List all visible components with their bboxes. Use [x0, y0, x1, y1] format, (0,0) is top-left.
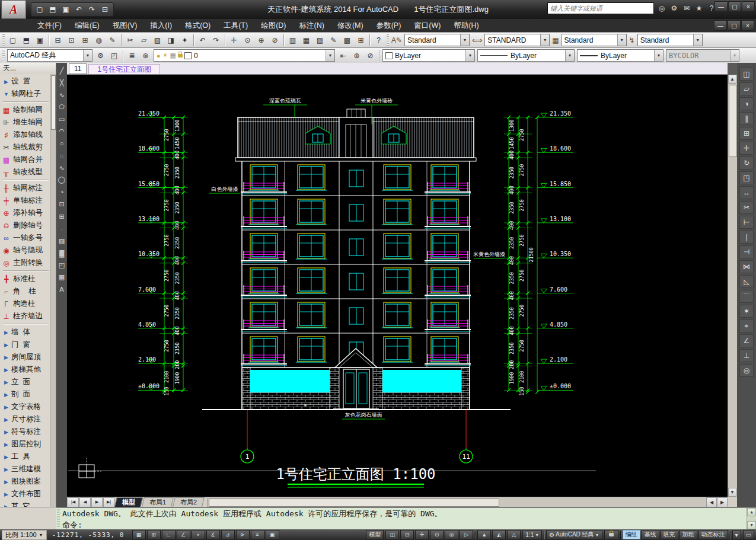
- new-icon[interactable]: ▢: [6, 33, 20, 47]
- palette-group-图层控制[interactable]: ▶图层控制: [1, 438, 50, 450]
- menu-编辑(E)[interactable]: 编辑(E): [68, 19, 106, 32]
- plot-preview-icon[interactable]: ⊡: [65, 33, 78, 47]
- palette-group-图块图案[interactable]: ▶图块图案: [1, 475, 50, 488]
- chevron-down-icon[interactable]: ▼: [460, 34, 469, 46]
- text-style-combo[interactable]: Standard▼: [404, 34, 470, 46]
- snap-icon[interactable]: ▦: [132, 530, 146, 539]
- multiline-text-icon[interactable]: A: [57, 284, 66, 295]
- palette-item-单轴标注[interactable]: ╪单轴标注: [1, 194, 50, 207]
- table-icon[interactable]: ▦: [57, 272, 66, 283]
- palette-item-删除轴号[interactable]: ⊖删除轴号: [1, 219, 50, 232]
- palette-group-楼梯其他[interactable]: ▶楼梯其他: [1, 363, 50, 376]
- palette-item-增生轴网[interactable]: ⊪增生轴网: [1, 116, 50, 129]
- join-icon[interactable]: ⋈: [739, 260, 754, 273]
- prev-tab-icon[interactable]: ◀: [79, 497, 91, 507]
- workspace-save-icon[interactable]: ◰: [107, 49, 121, 62]
- workspace-switch-button[interactable]: ⚙AutoCAD 经典▼: [546, 530, 602, 539]
- polygon-icon[interactable]: ⬠: [57, 102, 66, 113]
- stretch-icon[interactable]: ↔: [739, 186, 754, 199]
- doc-restore-icon[interactable]: ▢: [728, 20, 741, 31]
- workspace-combo[interactable]: AutoCAD 经典▼: [7, 49, 92, 62]
- construction-line-icon[interactable]: ╳: [57, 78, 66, 88]
- rectangle-icon[interactable]: ▭: [57, 114, 66, 124]
- grid-icon[interactable]: ⊞: [147, 530, 161, 539]
- layer-previous-icon[interactable]: ⇤: [336, 49, 350, 62]
- command-scrollbar[interactable]: ▲ ▼: [747, 508, 756, 529]
- maximize-icon[interactable]: ▢: [728, 1, 741, 12]
- scroll-up-icon[interactable]: ▲: [728, 75, 736, 84]
- menu-参数(P)[interactable]: 参数(P): [370, 19, 408, 32]
- annotation-scale-button[interactable]: 1:1▼: [522, 530, 542, 539]
- layer-properties-icon[interactable]: ≣: [125, 49, 139, 62]
- palette-group-立面[interactable]: ▶立 面: [1, 376, 50, 388]
- copy-icon[interactable]: ▱: [137, 33, 151, 47]
- elevation-drawing[interactable]: 2750275027502750275027502750210015013001…: [67, 75, 728, 497]
- toolbar-grip[interactable]: [2, 34, 5, 46]
- doc-close-icon[interactable]: ×: [741, 20, 754, 31]
- workspace-settings-icon[interactable]: ⚙: [94, 49, 107, 62]
- search-input[interactable]: [547, 2, 654, 14]
- palette-item-轴网合并[interactable]: ▩轴网合并: [1, 154, 50, 166]
- tarch-scale-button[interactable]: 比例 1:100▼: [2, 530, 47, 540]
- annotation-scale-icon-icon[interactable]: ▲: [477, 530, 491, 539]
- move-icon[interactable]: ✛: [739, 142, 754, 155]
- break-at-point-icon[interactable]: ∣: [739, 231, 754, 244]
- show-motion-icon[interactable]: ▷: [460, 530, 473, 539]
- vertical-scrollbar[interactable]: ▲ ▼: [728, 75, 737, 497]
- open-icon[interactable]: ⬒: [20, 33, 33, 47]
- save-icon[interactable]: ▣: [33, 33, 47, 47]
- annotation-autoadd-icon[interactable]: △: [507, 530, 521, 539]
- arc-icon[interactable]: ◠: [57, 126, 66, 137]
- command-line-area[interactable]: Autodesk DWG。 此文件上次由 Autodesk 应用程序或 Auto…: [56, 507, 756, 529]
- palette-group-墙体[interactable]: ▶墙 体: [1, 326, 50, 338]
- zoom-previous-icon[interactable]: ⊘: [268, 33, 282, 47]
- palette-item-构造柱[interactable]: Γ构造柱: [1, 298, 50, 310]
- paste-icon[interactable]: ▨: [151, 33, 164, 47]
- fillet-icon[interactable]: ⌒: [739, 290, 754, 303]
- publish-icon[interactable]: ⊞: [78, 33, 92, 47]
- palette-group-房间屋顶[interactable]: ▶房间屋顶: [1, 351, 50, 363]
- layer-states-icon[interactable]: ⊜: [139, 49, 152, 62]
- zoom-realtime-icon[interactable]: ⊙: [241, 33, 254, 47]
- palette-group-剖面[interactable]: ▶剖 面: [1, 388, 50, 401]
- chevron-down-icon[interactable]: ▼: [465, 50, 474, 61]
- chevron-down-icon[interactable]: ▼: [326, 50, 334, 61]
- status-button-编组[interactable]: 编组: [623, 530, 640, 539]
- linetype-combo[interactable]: ByLayer▼: [477, 49, 575, 62]
- polar-icon[interactable]: ∠: [177, 530, 190, 539]
- plot-icon[interactable]: ⊟: [99, 4, 111, 15]
- cut-icon[interactable]: ✂: [123, 33, 137, 47]
- last-tab-icon[interactable]: ▶|: [103, 497, 114, 507]
- search-icon[interactable]: ◎: [656, 3, 667, 14]
- chevron-down-icon[interactable]: ▼: [693, 34, 702, 46]
- copy-icon[interactable]: ▱: [739, 82, 754, 95]
- make-block-icon[interactable]: ⊞: [57, 211, 66, 222]
- markup-set-icon[interactable]: ▩: [340, 33, 354, 47]
- lwt-icon[interactable]: ≡: [251, 530, 264, 539]
- scroll-down-icon[interactable]: ▼: [728, 488, 736, 497]
- array-icon[interactable]: ⊞: [739, 127, 754, 140]
- undo-icon[interactable]: ↶: [196, 33, 209, 47]
- scroll-up-icon[interactable]: ▲: [747, 508, 756, 516]
- new-file-icon[interactable]: ▢: [34, 4, 46, 15]
- osnap-temp-icon[interactable]: ⌖: [739, 319, 754, 333]
- palette-item-轴线裁剪[interactable]: ✂轴线裁剪: [1, 141, 50, 154]
- gradient-icon[interactable]: ▓: [57, 248, 66, 258]
- quick-view-layouts-icon[interactable]: ◫: [385, 530, 399, 539]
- palette-item-轴网标注[interactable]: ╫轴网标注: [1, 182, 50, 194]
- palette-group-工具[interactable]: ▶工 具: [1, 450, 50, 463]
- offset-icon[interactable]: ∥: [739, 112, 754, 125]
- palette-item-添加轴线[interactable]: ♯添加轴线: [1, 129, 50, 141]
- palette-group-三维建模[interactable]: ▶三维建模: [1, 463, 50, 475]
- mirror-icon[interactable]: ◑: [739, 97, 754, 110]
- chevron-down-icon[interactable]: ▼: [565, 50, 574, 61]
- menu-帮助(H)[interactable]: 帮助(H): [447, 19, 485, 32]
- ducs-icon[interactable]: ⊿: [221, 530, 235, 539]
- osnap-angle-icon[interactable]: ∠: [739, 334, 754, 347]
- dyn-icon[interactable]: ⊳: [236, 530, 250, 539]
- toolbar-grip[interactable]: [2, 50, 5, 62]
- erase-icon[interactable]: ◫: [739, 68, 754, 81]
- break-icon[interactable]: ⊣: [739, 245, 754, 258]
- clean-screen-button[interactable]: ▭: [743, 530, 754, 539]
- palette-scroll-thumb[interactable]: [51, 75, 56, 130]
